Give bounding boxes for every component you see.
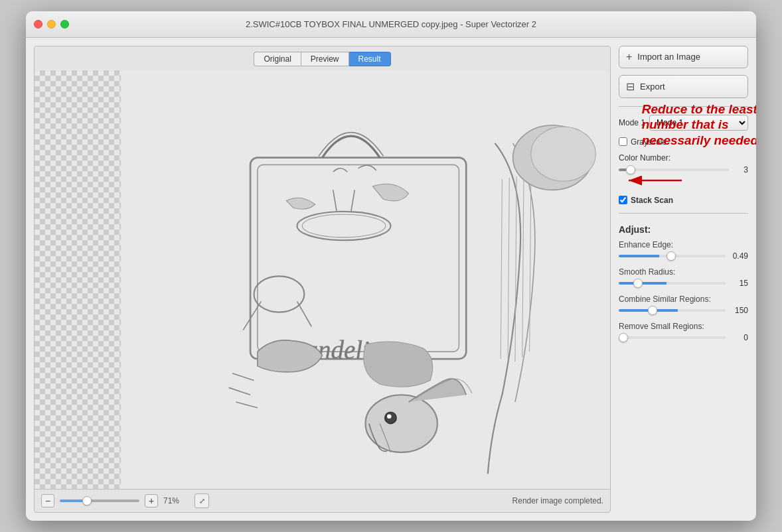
color-number-section: Reduce to the least number that is neces… xyxy=(619,153,748,189)
smooth-radius-slider-row: 15 xyxy=(619,279,748,288)
enhance-edge-row: Enhance Edge: 0.49 xyxy=(619,240,748,261)
right-panel: + Import an Image ⊟ Export Mode 1 Mode 1… xyxy=(619,46,748,513)
smooth-radius-row: Smooth Radius: 15 xyxy=(619,267,748,288)
transparent-strip xyxy=(35,70,121,490)
canvas-area: Dandelion xyxy=(35,70,610,490)
divider-2 xyxy=(619,213,748,214)
stack-scan-label: Stack Scan xyxy=(631,196,673,205)
color-number-value: 3 xyxy=(734,165,748,174)
tab-result[interactable]: Result xyxy=(349,52,391,66)
export-icon: ⊟ xyxy=(626,80,635,93)
minimize-button[interactable] xyxy=(47,20,56,29)
remove-small-value: 0 xyxy=(730,333,748,342)
svg-point-18 xyxy=(531,127,596,181)
zoom-in-icon: + xyxy=(149,496,154,506)
maximize-button[interactable] xyxy=(60,20,69,29)
divider-1 xyxy=(619,106,748,107)
combine-similar-row: Combine Similar Regions: 150 xyxy=(619,295,748,315)
import-button[interactable]: + Import an Image xyxy=(619,46,748,68)
stack-scan-checkbox[interactable] xyxy=(619,196,627,204)
mode-row: Mode 1 Mode 1 Mode 2 Mode 3 xyxy=(619,115,748,131)
plus-icon: + xyxy=(626,51,632,63)
smooth-radius-label: Smooth Radius: xyxy=(619,267,748,277)
canvas-bottom: − + 71% ⤢ Render image completed. xyxy=(35,489,610,512)
combine-similar-slider[interactable] xyxy=(619,309,726,312)
remove-small-slider-row: 0 xyxy=(619,333,748,342)
render-status: Render image completed. xyxy=(512,496,603,505)
enhance-edge-label: Enhance Edge: xyxy=(619,240,748,249)
window-title: 2.SWIC#10CB TOYBOX FINAL UNMERGED copy.j… xyxy=(246,19,536,29)
mode-label: Mode 1 xyxy=(619,118,645,127)
enhance-edge-slider[interactable] xyxy=(619,255,726,257)
svg-point-16 xyxy=(387,414,392,419)
traffic-lights xyxy=(34,20,69,29)
color-number-label: Color Number: xyxy=(619,153,748,163)
zoom-level: 71% xyxy=(163,496,187,505)
fit-button[interactable]: ⤢ xyxy=(195,494,209,508)
combine-similar-slider-row: 150 xyxy=(619,306,748,315)
adjust-title: Adjust: xyxy=(619,224,748,235)
grayscale-row: Grayscale xyxy=(619,137,748,147)
close-button[interactable] xyxy=(34,20,42,29)
grayscale-label: Grayscale xyxy=(631,137,666,147)
smooth-radius-slider[interactable] xyxy=(619,282,726,285)
drawing-area[interactable]: Dandelion xyxy=(121,70,610,490)
main-content: Original Preview Result xyxy=(26,38,756,521)
enhance-edge-slider-row: 0.49 xyxy=(619,251,748,261)
main-window: 2.SWIC#10CB TOYBOX FINAL UNMERGED copy.j… xyxy=(26,11,756,521)
zoom-out-button[interactable]: − xyxy=(41,494,54,507)
zoom-in-button[interactable]: + xyxy=(145,494,158,507)
enhance-edge-value: 0.49 xyxy=(730,251,748,261)
adjust-section: Adjust: Enhance Edge: 0.49 Smooth Radius… xyxy=(619,224,748,349)
remove-small-row: Remove Small Regions: 0 xyxy=(619,322,748,342)
remove-small-label: Remove Small Regions: xyxy=(619,322,748,331)
export-label: Export xyxy=(640,82,665,92)
zoom-out-icon: − xyxy=(45,496,50,506)
canvas-panel: Original Preview Result xyxy=(34,46,611,513)
red-arrow xyxy=(615,170,695,194)
mode-select[interactable]: Mode 1 Mode 2 Mode 3 xyxy=(649,115,748,131)
fit-icon: ⤢ xyxy=(199,497,205,505)
export-button[interactable]: ⊟ Export xyxy=(619,75,748,98)
smooth-radius-value: 15 xyxy=(730,279,748,288)
combine-similar-value: 150 xyxy=(730,306,748,315)
remove-small-slider[interactable] xyxy=(619,336,726,339)
grayscale-checkbox[interactable] xyxy=(619,137,627,146)
combine-similar-label: Combine Similar Regions: xyxy=(619,295,748,304)
titlebar: 2.SWIC#10CB TOYBOX FINAL UNMERGED copy.j… xyxy=(26,11,756,38)
view-tabs: Original Preview Result xyxy=(35,46,610,70)
tab-preview[interactable]: Preview xyxy=(301,52,349,66)
zoom-slider[interactable] xyxy=(60,499,139,502)
import-label: Import an Image xyxy=(637,52,700,62)
artwork-svg: Dandelion xyxy=(121,70,610,490)
tab-original[interactable]: Original xyxy=(254,52,300,66)
stack-scan-row: Stack Scan xyxy=(619,196,748,205)
